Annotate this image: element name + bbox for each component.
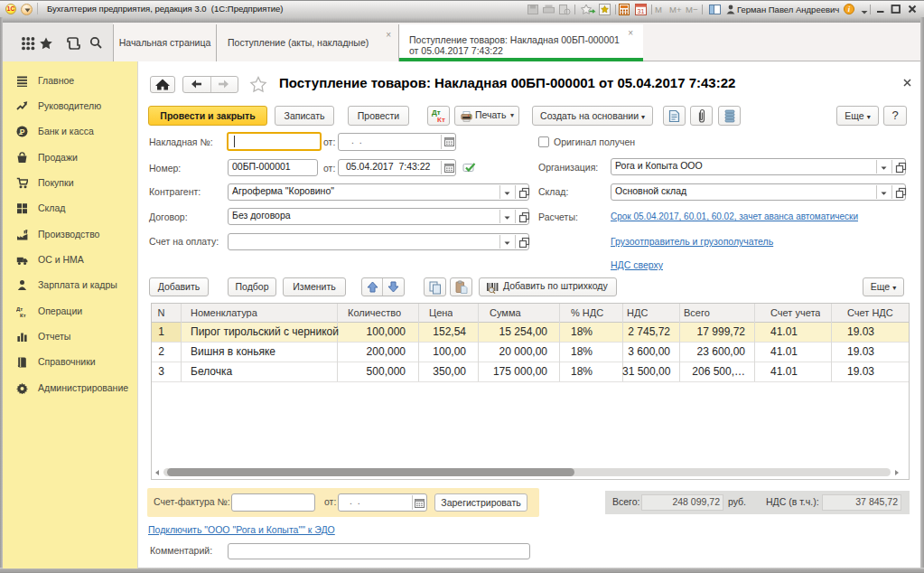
svg-text:Кт: Кт <box>20 312 26 317</box>
svg-text:Герман Павел Андреевич: Герман Павел Андреевич <box>737 5 839 14</box>
svg-text:Дт: Дт <box>16 306 23 312</box>
svg-text:Р: Р <box>20 127 25 136</box>
svg-text:31: 31 <box>638 8 645 14</box>
svg-text:M+: M+ <box>669 5 682 14</box>
svg-text:M−: M− <box>686 5 698 14</box>
svg-text:M: M <box>655 5 662 14</box>
